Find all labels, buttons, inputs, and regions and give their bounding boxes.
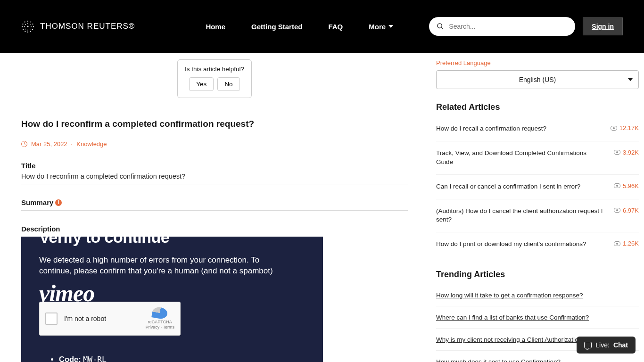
recaptcha-widget[interactable]: I'm not a robot reCAPTCHA Privacy · Term… xyxy=(39,302,181,336)
article-heading: How do I reconfirm a completed confirmat… xyxy=(21,119,408,129)
related-item[interactable]: How do I recall a confirmation request? … xyxy=(436,117,639,141)
brand-logo[interactable]: THOMSON REUTERS® xyxy=(21,20,135,33)
brand-mark-icon xyxy=(21,20,34,33)
embed-body: We detected a high number of errors from… xyxy=(39,255,275,277)
pref-lang-label: Preferred Language xyxy=(436,59,639,66)
svg-point-3 xyxy=(33,26,34,27)
language-select[interactable]: English (US) xyxy=(436,70,639,89)
svg-point-15 xyxy=(30,29,31,30)
embed-details-list: Code: MW-RL Client IP: 108.61.214.240 xyxy=(59,355,305,362)
title-value: How do I reconfirm a completed confirmat… xyxy=(21,173,408,180)
signin-button[interactable]: Sign in xyxy=(583,17,623,35)
top-nav: THOMSON REUTERS® Home Getting Started FA… xyxy=(0,0,644,53)
helpful-yes-button[interactable]: Yes xyxy=(189,77,214,91)
article-category: Knowledge xyxy=(76,140,107,148)
svg-point-8 xyxy=(23,29,24,30)
sidebar: Preferred Language English (US) Related … xyxy=(436,59,639,362)
recaptcha-legal: Privacy · Terms xyxy=(146,325,174,330)
eye-icon xyxy=(614,183,620,188)
embed-title: Verify to continue xyxy=(39,237,305,247)
helpful-widget: Is this article helpful? Yes No xyxy=(177,59,252,98)
svg-point-10 xyxy=(22,24,23,25)
chat-prefix: Live: xyxy=(595,341,610,349)
svg-point-9 xyxy=(22,26,23,27)
related-views: 12.17K xyxy=(611,124,639,132)
svg-point-20 xyxy=(27,25,28,27)
trending-link[interactable]: How long will it take to get a confirmat… xyxy=(436,292,583,299)
trending-item: How long will it take to get a confirmat… xyxy=(436,284,639,306)
nav-getting-started[interactable]: Getting Started xyxy=(251,23,302,31)
trending-link[interactable]: How much does it cost to use Confirmatio… xyxy=(436,358,561,362)
eye-icon xyxy=(614,241,620,246)
related-item[interactable]: Can I recall or cancel a confirmation I … xyxy=(436,175,639,199)
summary-field: Summary i xyxy=(21,198,408,211)
views-count: 1.26K xyxy=(623,240,639,247)
svg-point-1 xyxy=(30,21,31,22)
svg-point-2 xyxy=(32,24,33,25)
recaptcha-icon xyxy=(151,306,168,320)
title-field: Title How do I reconfirm a completed con… xyxy=(21,162,408,184)
svg-point-13 xyxy=(30,24,31,25)
related-title: (Auditors) How do I cancel the client au… xyxy=(436,207,604,225)
trending-link[interactable]: Where can I find a list of banks that us… xyxy=(436,314,589,321)
nav-more[interactable]: More xyxy=(369,23,393,31)
svg-point-0 xyxy=(27,21,28,22)
svg-point-4 xyxy=(32,29,33,30)
svg-line-22 xyxy=(441,27,443,29)
recaptcha-checkbox[interactable] xyxy=(45,313,58,325)
embed-code-row: Code: MW-RL xyxy=(59,355,305,362)
related-item[interactable]: (Auditors) How do I cancel the client au… xyxy=(436,199,639,233)
chat-widget[interactable]: Live: Chat xyxy=(577,337,636,354)
nav-home[interactable]: Home xyxy=(206,23,225,31)
related-title: Can I recall or cancel a confirmation I … xyxy=(436,182,604,191)
related-item[interactable]: Track, View, and Download Completed Conf… xyxy=(436,141,639,175)
helpful-question: Is this article helpful? xyxy=(184,66,245,73)
related-views: 6.97K xyxy=(614,207,639,214)
svg-point-16 xyxy=(27,30,28,31)
article-date: Mar 25, 2022 xyxy=(31,140,67,148)
related-title: Track, View, and Download Completed Conf… xyxy=(436,149,604,167)
chevron-down-icon xyxy=(388,25,393,28)
eye-icon xyxy=(614,150,620,155)
views-count: 5.96K xyxy=(623,182,639,189)
search-box[interactable] xyxy=(429,17,575,36)
embed-code-label: Code: xyxy=(59,355,81,362)
nav-more-label: More xyxy=(369,23,386,31)
recaptcha-brand: reCAPTCHA xyxy=(146,320,174,325)
trending-item: Where can I find a list of banks that us… xyxy=(436,306,639,329)
trending-heading: Trending Articles xyxy=(436,270,639,280)
related-item[interactable]: How do I print or download my client's c… xyxy=(436,232,639,256)
related-title: How do I recall a confirmation request? xyxy=(436,124,601,133)
chat-label: Chat xyxy=(613,341,628,349)
meta-separator: · xyxy=(71,140,73,148)
search-input[interactable] xyxy=(449,23,568,30)
embed-code-value: MW-RL xyxy=(83,355,107,362)
primary-nav: Home Getting Started FAQ More xyxy=(206,23,393,31)
article-main: Is this article helpful? Yes No How do I… xyxy=(21,59,408,362)
related-title: How do I print or download my client's c… xyxy=(436,240,604,249)
language-value: English (US) xyxy=(519,76,556,83)
summary-label: Summary xyxy=(21,198,53,206)
svg-point-21 xyxy=(438,24,442,28)
views-count: 12.17K xyxy=(619,124,639,132)
related-heading: Related Articles xyxy=(436,102,639,112)
title-label: Title xyxy=(21,162,408,170)
related-list: How do I recall a confirmation request? … xyxy=(436,117,639,256)
info-icon[interactable]: i xyxy=(55,199,62,206)
related-views: 1.26K xyxy=(614,240,639,247)
svg-point-5 xyxy=(30,31,31,32)
clock-icon xyxy=(21,141,27,147)
svg-point-7 xyxy=(25,31,25,32)
svg-point-18 xyxy=(24,26,25,27)
svg-point-12 xyxy=(27,23,28,24)
recaptcha-label: I'm not a robot xyxy=(64,315,139,322)
nav-faq[interactable]: FAQ xyxy=(328,23,343,31)
svg-point-14 xyxy=(31,26,32,27)
svg-point-17 xyxy=(25,29,26,30)
svg-point-6 xyxy=(27,32,28,33)
helpful-no-button[interactable]: No xyxy=(217,77,239,91)
video-embed: Verify to continue We detected a high nu… xyxy=(21,237,323,362)
related-views: 3.92K xyxy=(614,149,639,156)
eye-icon xyxy=(614,208,620,213)
views-count: 3.92K xyxy=(623,149,639,156)
